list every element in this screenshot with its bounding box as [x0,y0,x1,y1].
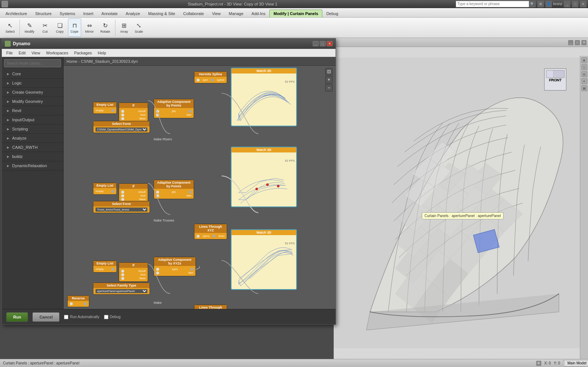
view-control-3[interactable]: ◎ [581,71,587,77]
revit-right-toolbar: ⊕ □ ◎ ≡ ▤ [580,56,588,359]
if-node-1[interactable]: If result true false [119,102,148,122]
user-icon: 👤 [545,1,552,7]
revit-3d-canvas[interactable]: FRONT Curtain Panels : aperturePanel : a… [334,47,588,359]
menu-workspaces[interactable]: Workspaces [43,50,71,56]
scale-btn[interactable]: ⤡ Scale [132,18,146,37]
copy-btn[interactable]: ❏ Copy [53,18,67,37]
adaptive-comp-node-2[interactable]: Adaptive Component by Points pts fam [154,180,194,199]
tab-addins[interactable]: Add-Ins [247,10,269,17]
cut-btn[interactable]: ✂ Cut [39,18,52,37]
sidebar-item-logic[interactable]: ▶ Logic [2,79,63,88]
tab-debug[interactable]: Debug [322,10,342,17]
select-btn[interactable]: ↖ Select [3,18,17,37]
empty-list-node-1[interactable]: Empty List empty [93,102,117,114]
empty-list-node-3[interactable]: Empty List empty [93,260,117,273]
lines-xyz-node-1[interactable]: Lines Through XYZ xytnslines [194,224,227,240]
dynamo-maximize-btn[interactable]: □ [320,41,326,46]
select-form-dropdown-2[interactable]: Truss_kronzTruss_kronz [96,208,147,212]
sidebar-item-revit[interactable]: ▶ Revit [2,106,63,115]
array-btn[interactable]: ⊞ Array [118,18,131,37]
sidebar-item-core[interactable]: ▶ Core [2,69,63,79]
menu-edit[interactable]: Edit [16,50,29,56]
watch3d-node-3[interactable]: Watch 3D 52 FPS [231,229,297,290]
view-control-5[interactable]: ▤ [581,85,587,91]
select-family-type-dropdown[interactable]: aperturePanel:aperturePanel [96,289,147,293]
close-view-icon[interactable]: ✕ [581,40,587,45]
view-control-1[interactable]: ⊕ [581,57,587,63]
watch3d-node-1[interactable]: Watch 3D 52 FPS [231,68,297,126]
minimize-icon[interactable]: _ [564,1,570,7]
select-family-type-node[interactable]: Select Family Type aperturePanel:apertur… [93,283,150,295]
view-control-4[interactable]: ≡ [581,78,587,84]
sidebar-item-analyze[interactable]: ▶ Analyze [2,134,63,143]
svg-point-4 [277,185,279,187]
restore-view-icon[interactable]: □ [575,40,580,45]
node-body: result true false [119,108,148,122]
if-node-2[interactable]: If result true false [119,183,148,203]
tab-massing[interactable]: Massing & Site [144,10,179,17]
mirror-btn[interactable]: ⇔ Mirror [83,18,97,37]
model-selector-container[interactable]: Main Model [563,360,585,367]
sidebar-item-buildz[interactable]: ▶ buildz [2,152,63,161]
tab-modify-curtain[interactable]: Modify | Curtain Panels [269,10,322,17]
minimize-view-icon[interactable]: _ [568,40,573,45]
hermite-spline-node[interactable]: Hermite Spline xymspline [194,71,227,83]
tab-structure[interactable]: Structure [31,10,56,17]
tab-analyze[interactable]: Analyze [122,10,144,17]
sidebar-item-create-geometry[interactable]: ▶ Create Geometry [2,88,63,97]
adaptive-comp-xyz-node[interactable]: Adaptive Component by XYZs xyzs fam [154,257,196,276]
select-form-dropdown-1[interactable]: CSNM_DynamoRiserCSNM_DynamoRiser [96,127,147,132]
sidebar-item-modify-geometry[interactable]: ▶ Modify Geometry [2,97,63,106]
empty-list-node-2[interactable]: Empty List empty [93,183,117,195]
sync-icon[interactable]: ⚙ [536,361,541,366]
cope-button[interactable]: ⊓ Cope [68,18,81,37]
settings-icon[interactable]: ⚙ [537,1,544,7]
rotate-btn[interactable]: ↻ Rotate [98,18,113,37]
sidebar-item-inputoutput[interactable]: ▶ Input/Output [2,115,63,125]
maximize-icon[interactable]: □ [572,1,578,7]
tab-view[interactable]: View [208,10,225,17]
tab-annotate[interactable]: Annotate [97,10,122,17]
model-selector[interactable]: Main Model [564,360,588,366]
run-button[interactable]: Run [6,312,28,322]
select-form-node-1[interactable]: Select Form CSNM_DynamoRiserCSNM_DynamoR… [93,121,150,133]
scissors-icon: ✂ [43,22,47,29]
search-icon[interactable]: 🔍 [529,1,536,7]
close-icon[interactable]: ✕ [580,1,587,7]
tab-collaborate[interactable]: Collaborate [179,10,208,17]
reverse-node[interactable]: Reverse [67,295,89,307]
if-node-3[interactable]: If result true false [119,262,148,282]
sidebar-item-dynamicrelaxation[interactable]: ▶ DynamicRelaxation [2,161,63,170]
tab-insert[interactable]: Insert [79,10,98,17]
adaptive-comp-node-1[interactable]: Adaptive Component by Points pts fam [154,99,194,118]
fit-view-btn[interactable]: ⊡ [325,68,333,75]
menu-packages[interactable]: Packages [71,50,95,56]
node-header: If [119,184,148,189]
node-search-input[interactable] [4,59,61,67]
sidebar-item-caad-rwth[interactable]: ▶ CAAD_RWTH [2,143,63,152]
watch3d-node-2[interactable]: Watch 3D 52 FPS [231,147,297,207]
tab-manage[interactable]: Manage [225,10,248,17]
dynamo-minimize-btn[interactable]: _ [313,41,319,46]
keyword-search-input[interactable] [456,1,529,7]
debug-checkbox[interactable]: Debug [104,315,121,319]
menu-view[interactable]: View [29,50,43,56]
sidebar-item-scripting[interactable]: ▶ Scripting [2,125,63,134]
tab-systems[interactable]: Systems [55,10,79,17]
view-control-2[interactable]: □ [581,64,587,70]
menu-help[interactable]: Help [95,50,109,56]
tab-architecture[interactable]: Architecture [1,10,31,17]
debug-input[interactable] [104,315,108,319]
modify-btn[interactable]: ✎ Modify [22,18,37,37]
menu-file[interactable]: File [3,50,16,56]
canvas-inner[interactable]: Hermite Spline xymspline Watch 3D 52 FPS [64,66,336,309]
zoom-in-btn[interactable]: + [325,76,333,83]
run-automatically-checkbox[interactable]: Run Automatically [64,315,99,319]
zoom-out-btn[interactable]: − [325,84,333,91]
lines-xyz-node-2[interactable]: Lines Through XYZ xytnslines [194,305,227,309]
cancel-button[interactable]: Cancel [32,312,60,322]
dynamo-canvas[interactable]: Home - CSNM_Stadium_20130923.dyn ⊡ + − [64,57,336,309]
run-auto-input[interactable] [64,315,68,319]
dynamo-close-btn[interactable]: ✕ [327,41,333,46]
select-form-node-2[interactable]: Select Form Truss_kronzTruss_kronz [93,201,150,213]
